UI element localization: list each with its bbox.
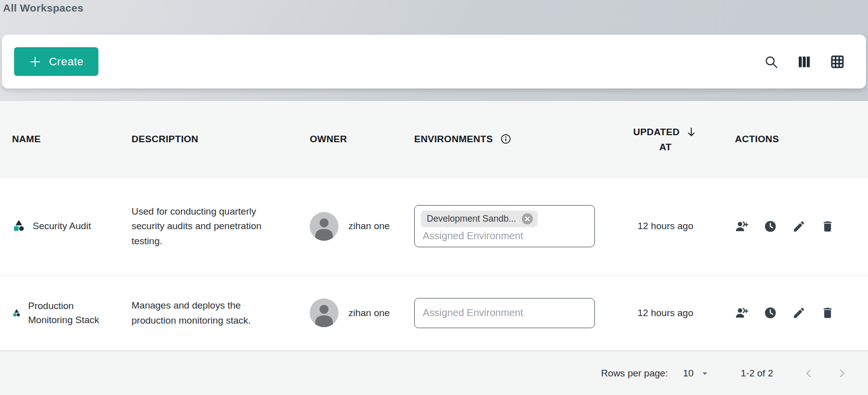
chevron-left-icon <box>802 367 815 380</box>
workspace-description: Used for conducting quarterly security a… <box>132 204 282 248</box>
actions-cell <box>723 220 868 233</box>
owner-name: zihan one <box>348 308 390 319</box>
activity-history-button[interactable] <box>764 220 777 233</box>
environment-chip[interactable]: Development Sandb... <box>421 211 538 227</box>
edit-button[interactable] <box>792 306 806 320</box>
rows-per-page-label: Rows per page: <box>601 368 668 379</box>
column-header-actions: ACTIONS <box>723 101 868 177</box>
delete-button[interactable] <box>821 306 834 320</box>
remove-environment-icon[interactable] <box>521 213 534 225</box>
workspace-logo-icon <box>12 219 26 233</box>
add-user-button[interactable] <box>735 306 749 320</box>
info-icon[interactable] <box>500 133 512 145</box>
column-header-owner[interactable]: OWNER <box>298 101 402 177</box>
create-button-label: Create <box>49 55 83 68</box>
workspace-name-cell[interactable]: Production Monitoring Stack <box>0 299 119 327</box>
sort-descending-icon[interactable] <box>685 126 698 139</box>
chevron-right-icon <box>835 367 848 380</box>
column-header-environments[interactable]: ENVIRONMENTS <box>402 101 608 177</box>
column-header-description[interactable]: DESCRIPTION <box>119 101 298 177</box>
delete-button[interactable] <box>821 220 834 233</box>
environments-cell: Assigned Environment <box>402 298 608 328</box>
workspace-name: Security Audit <box>33 219 91 233</box>
rows-per-page-value: 10 <box>683 368 693 379</box>
workspace-logo-icon <box>12 309 21 318</box>
environment-placeholder: Assigned Environment <box>421 230 588 242</box>
table-row: Security Audit Used for conducting quart… <box>0 177 868 275</box>
owner-cell: zihan one <box>298 299 402 327</box>
environments-cell: Development Sandb... Assigned Environmen… <box>402 205 608 247</box>
activity-history-button[interactable] <box>764 306 777 320</box>
environment-chip-label: Development Sandb... <box>427 214 516 224</box>
add-user-button[interactable] <box>735 220 749 233</box>
previous-page-button[interactable] <box>802 367 815 380</box>
updated-at-value: 12 hours ago <box>638 221 693 232</box>
table-row: Production Monitoring Stack Manages and … <box>0 275 868 351</box>
plus-icon <box>29 55 42 68</box>
owner-avatar <box>310 212 338 241</box>
actions-cell <box>723 306 868 320</box>
create-button[interactable]: Create <box>14 47 98 76</box>
toolbar-card: Create <box>2 35 866 88</box>
assigned-environment-input[interactable]: Assigned Environment <box>414 298 595 328</box>
column-view-icon[interactable] <box>796 53 813 70</box>
column-header-updated-at[interactable]: UPDATED AT <box>608 101 723 177</box>
workspace-description-cell: Manages and deploys the production monit… <box>119 298 298 328</box>
grid-view-icon[interactable] <box>829 53 846 70</box>
updated-at-cell: 12 hours ago <box>608 308 723 319</box>
workspaces-table: NAME DESCRIPTION OWNER ENVIRONMENTS UPDA… <box>0 101 868 395</box>
next-page-button[interactable] <box>835 367 848 380</box>
rows-per-page-select[interactable]: 10 <box>683 368 709 379</box>
assigned-environment-input[interactable]: Development Sandb... Assigned Environmen… <box>414 205 595 247</box>
workspace-name-cell[interactable]: Security Audit <box>0 219 119 233</box>
environment-placeholder: Assigned Environment <box>421 307 588 319</box>
table-pagination: Rows per page: 10 1-2 of 2 <box>0 351 868 395</box>
owner-cell: zihan one <box>298 212 402 241</box>
updated-at-value: 12 hours ago <box>638 308 693 319</box>
page-title: All Workspaces <box>3 2 868 14</box>
edit-button[interactable] <box>792 220 806 233</box>
owner-name: zihan one <box>348 221 390 232</box>
workspace-name: Production Monitoring Stack <box>28 299 111 327</box>
search-icon[interactable] <box>763 53 780 70</box>
table-header: NAME DESCRIPTION OWNER ENVIRONMENTS UPDA… <box>0 101 868 177</box>
workspace-description-cell: Used for conducting quarterly security a… <box>119 204 298 248</box>
toolbar-icons <box>763 53 846 70</box>
chevron-down-icon <box>700 368 710 378</box>
owner-avatar <box>310 299 338 327</box>
column-header-name[interactable]: NAME <box>0 101 119 177</box>
top-bar: All Workspaces <box>0 0 868 35</box>
pagination-range: 1-2 of 2 <box>741 368 773 379</box>
workspace-description: Manages and deploys the production monit… <box>132 298 282 328</box>
updated-at-cell: 12 hours ago <box>608 221 723 232</box>
